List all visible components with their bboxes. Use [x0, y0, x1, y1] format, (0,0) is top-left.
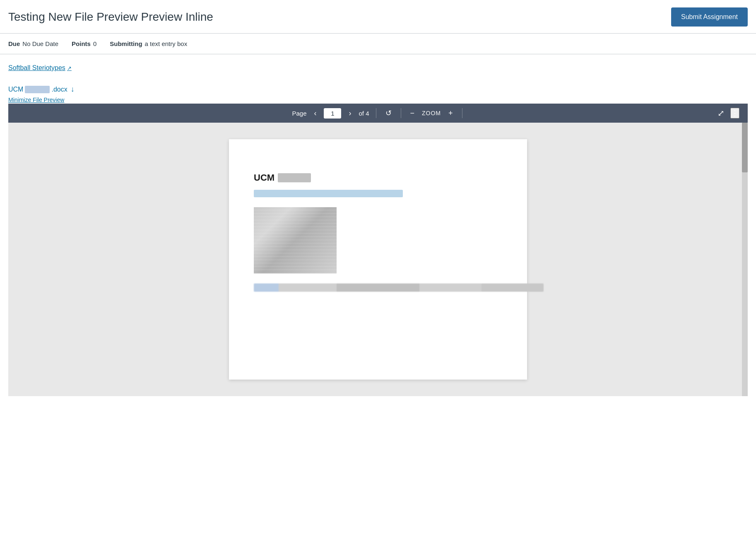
softball-steriotypes-link[interactable]: Softball Steriotypes ↗	[8, 64, 72, 72]
zoom-in-button[interactable]: +	[446, 108, 455, 119]
file-link-row: UCM.docx ↓	[8, 85, 748, 94]
toolbar-separator-2	[401, 108, 401, 118]
rotate-button[interactable]: ↺	[383, 108, 394, 119]
prev-page-button[interactable]: ‹	[311, 108, 319, 119]
submitting-value: a text entry box	[145, 40, 188, 47]
points-value: 0	[93, 40, 96, 47]
file-viewer-area: UCM	[8, 123, 748, 396]
due-value: No Due Date	[22, 40, 58, 47]
due-meta: Due No Due Date	[8, 40, 58, 47]
doc-header: UCM	[254, 172, 502, 183]
download-icon[interactable]: ↓	[71, 85, 75, 94]
zoom-out-button[interactable]: −	[408, 108, 417, 119]
page-header: Testing New File Preview Preview Inline …	[0, 0, 756, 34]
document-preview: UCM	[229, 139, 527, 380]
more-options-button[interactable]: ⋮	[730, 108, 739, 119]
next-page-button[interactable]: ›	[346, 108, 354, 119]
doc-url-placeholder	[254, 190, 403, 197]
doc-image-blurred	[254, 207, 337, 273]
viewer-toolbar: Page ‹ › of 4 ↺ − ZOOM + ⤢ ⋮	[8, 104, 748, 123]
points-label: Points	[72, 40, 91, 47]
file-name-prefix: UCM	[8, 86, 23, 93]
due-label: Due	[8, 40, 20, 47]
page-label: Page	[292, 110, 306, 117]
external-link-icon: ↗	[67, 65, 72, 71]
redacted-filename	[25, 86, 50, 93]
doc-redacted-name	[278, 173, 311, 182]
submitting-meta: Submitting a text entry box	[110, 40, 187, 47]
file-download-link[interactable]: UCM.docx	[8, 86, 67, 93]
page-title: Testing New File Preview Preview Inline	[8, 10, 213, 24]
file-extension: .docx	[51, 86, 67, 93]
content-area: Softball Steriotypes ↗ UCM.docx ↓ Minimi…	[0, 54, 756, 406]
page-number-input[interactable]	[324, 108, 341, 119]
scrollbar-thumb[interactable]	[742, 123, 748, 172]
zoom-label: ZOOM	[422, 110, 441, 116]
expand-button[interactable]: ⤢	[717, 108, 725, 118]
meta-row: Due No Due Date Points 0 Submitting a te…	[0, 34, 756, 54]
submit-assignment-button[interactable]: Submit Assignment	[671, 7, 748, 27]
of-pages-label: of 4	[359, 110, 369, 117]
softball-link-text: Softball Steriotypes	[8, 64, 65, 72]
scrollbar-track[interactable]	[742, 123, 748, 396]
file-section: UCM.docx ↓ Minimize File Preview Page ‹ …	[8, 85, 748, 396]
points-meta: Points 0	[72, 40, 96, 47]
doc-content-blurred	[254, 283, 544, 292]
toolbar-separator-1	[376, 108, 376, 118]
toolbar-separator-3	[462, 108, 462, 118]
minimize-file-preview-link[interactable]: Minimize File Preview	[8, 97, 64, 103]
submitting-label: Submitting	[110, 40, 142, 47]
doc-ucm-text: UCM	[254, 172, 274, 183]
